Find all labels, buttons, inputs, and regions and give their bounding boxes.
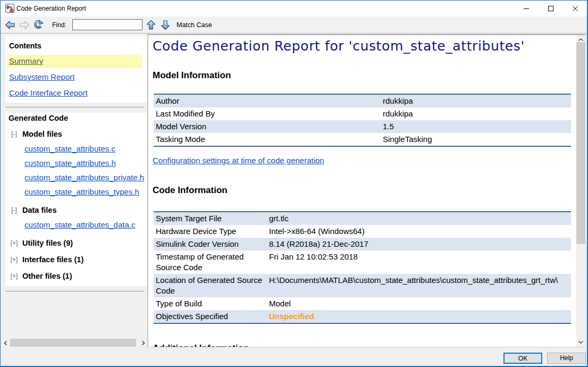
tree-group-other-files: [+]Other files (1) (10, 271, 148, 281)
back-button[interactable] (5, 20, 15, 30)
scroll-down-button[interactable] (576, 338, 585, 347)
table-row: Authorrdukkipa (154, 94, 571, 107)
generated-code-panel: Generated Code [-]Model files custom_sta… (5, 113, 148, 286)
row-label: Timestamp of Generated Source Code (154, 251, 267, 274)
ok-button[interactable]: OK (503, 353, 542, 364)
match-case-label[interactable]: Match Case (177, 21, 212, 29)
window-title: Code Generation Report (16, 5, 86, 12)
additional-information-heading: Additional Information (153, 343, 576, 347)
tree-group-utility-files: [+]Utility files (9) (10, 238, 148, 248)
tree-group-data-files: [-]Data files custom_state_attributes_da… (10, 205, 148, 232)
sidebar-separator (5, 291, 144, 291)
table-row: Model Version1.5 (154, 120, 571, 133)
find-toolbar: Find: Match Case (1, 16, 587, 34)
file-link[interactable]: custom_state_attributes_private.h (24, 173, 144, 182)
list-item: custom_state_attributes.h (24, 156, 148, 170)
sidebar-horizontal-scrollbar[interactable] (2, 339, 147, 347)
table-row: Timestamp of Generated Source CodeFri Ja… (154, 251, 571, 274)
window-body: Contents Summary Subsystem Report Code I… (1, 34, 587, 347)
contents-heading: Contents (9, 41, 148, 51)
table-row: Hardware Device TypeIntel->x86-64 (Windo… (154, 225, 571, 238)
simulink-model-icon (5, 4, 14, 13)
file-link[interactable]: custom_state_attributes.c (24, 144, 115, 153)
maximize-button[interactable] (539, 1, 563, 16)
row-value: rdukkipa (381, 107, 571, 120)
table-row: Location of Generated Source CodeH:\Docu… (154, 274, 571, 297)
sidebar-link-summary[interactable]: Summary (7, 55, 142, 68)
contents-panel: Contents Summary Subsystem Report Code I… (5, 36, 148, 103)
file-link[interactable]: custom_state_attributes_data.c (24, 220, 135, 229)
row-value: grt.tlc (267, 212, 571, 225)
generated-code-heading: Generated Code (9, 113, 148, 123)
generated-code-tree: [-]Model files custom_state_attributes.c… (9, 129, 148, 281)
help-button[interactable]: Help (547, 353, 586, 364)
file-link[interactable]: custom_state_attributes.h (24, 159, 116, 168)
row-label: Objectives Specified (154, 310, 267, 323)
model-information-heading: Model Information (153, 70, 576, 81)
list-item: Summary (9, 55, 148, 68)
row-value: Fri Jan 12 10:02:53 2018 (267, 251, 571, 274)
table-row: Simulink Coder Version8.14 (R2018a) 21-D… (154, 238, 571, 251)
tree-group-model-files: [-]Model files custom_state_attributes.c… (10, 129, 148, 199)
list-item: Subsystem Report (9, 71, 148, 84)
table-row: Tasking ModeSingleTasking (154, 133, 571, 146)
titlebar: Code Generation Report (1, 1, 587, 16)
row-value: 8.14 (R2018a) 21-Dec-2017 (267, 238, 571, 251)
report-title: Code Generation Report for 'custom_state… (153, 38, 576, 54)
vertical-scrollbar-thumb[interactable] (576, 42, 585, 244)
model-information-table: Authorrdukkipa Last Modified Byrdukkipa … (154, 94, 571, 147)
find-previous-button[interactable] (146, 20, 156, 30)
dialog-button-bar: OK Help (1, 347, 587, 366)
configuration-settings-link[interactable]: Configuration settings at time of code g… (153, 156, 324, 165)
row-value: H:\Documents\MATLAB\custom_state_attribu… (267, 274, 571, 297)
expand-toggle-icon[interactable]: [+] (10, 255, 19, 264)
collapse-toggle-icon[interactable]: [-] (10, 205, 19, 215)
find-next-button[interactable] (160, 20, 171, 30)
scroll-left-button[interactable] (2, 339, 10, 347)
row-label: Simulink Coder Version (154, 238, 267, 251)
row-value: SingleTasking (381, 133, 571, 146)
sidebar-link-subsystem-report[interactable]: Subsystem Report (9, 71, 148, 84)
scroll-right-button[interactable] (139, 339, 147, 347)
find-input[interactable] (72, 19, 142, 30)
code-information-heading: Code Information (153, 185, 576, 196)
close-button[interactable] (563, 1, 587, 16)
row-label: Last Modified By (154, 107, 381, 120)
list-item: custom_state_attributes_types.h (24, 185, 148, 199)
row-label: Author (154, 94, 381, 107)
expand-toggle-icon[interactable]: [+] (10, 271, 19, 281)
row-label: System Target File (154, 212, 267, 225)
sidebar-link-code-interface-report[interactable]: Code Interface Report (9, 87, 148, 100)
maximize-icon (549, 6, 553, 11)
minimize-button[interactable] (514, 1, 539, 16)
report-panel: Code Generation Report for 'custom_state… (147, 34, 585, 347)
row-value: 1.5 (381, 120, 571, 133)
row-label: Model Version (154, 120, 381, 133)
find-label: Find: (52, 21, 66, 29)
list-item: custom_state_attributes_data.c (24, 218, 148, 232)
tree-group-label: Data files (22, 206, 56, 214)
row-label: Hardware Device Type (154, 225, 267, 238)
tree-group-label: Interface files (1) (22, 255, 83, 264)
forward-button[interactable] (19, 20, 30, 30)
horizontal-scrollbar-thumb[interactable] (10, 339, 136, 347)
collapse-toggle-icon[interactable]: [-] (10, 129, 19, 139)
code-information-table: System Target Filegrt.tlc Hardware Devic… (154, 211, 571, 324)
tree-group-label: Other files (1) (22, 272, 72, 280)
list-item: custom_state_attributes.c (24, 141, 148, 156)
table-row: Objectives SpecifiedUnspecified (154, 310, 571, 323)
contents-list: Summary Subsystem Report Code Interface … (9, 55, 148, 100)
file-link[interactable]: custom_state_attributes_types.h (24, 187, 139, 196)
sidebar-separator (5, 107, 144, 107)
report-vertical-scrollbar[interactable] (576, 35, 585, 347)
refresh-button[interactable] (33, 19, 44, 30)
row-label: Location of Generated Source Code (154, 274, 267, 297)
row-label: Tasking Mode (154, 133, 381, 146)
row-label: Type of Build (154, 297, 267, 310)
expand-toggle-icon[interactable]: [+] (10, 238, 19, 248)
table-row: Type of BuildModel (154, 297, 571, 310)
row-value: Intel->x86-64 (Windows64) (267, 225, 571, 238)
list-item: custom_state_attributes_private.h (24, 170, 148, 185)
tree-group-label: Utility files (9) (22, 239, 73, 247)
list-item: Code Interface Report (9, 87, 148, 100)
